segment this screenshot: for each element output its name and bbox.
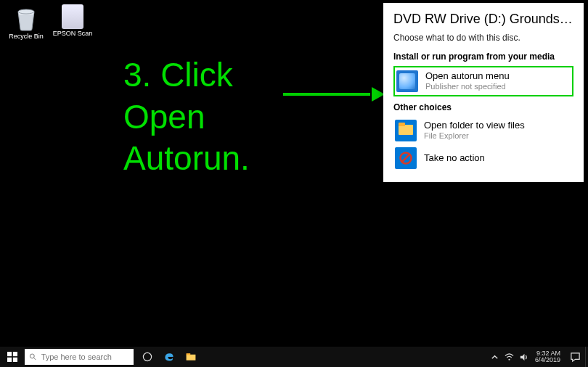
svg-point-0	[18, 9, 34, 14]
edge-icon	[163, 351, 175, 363]
recycle-bin-icon	[14, 4, 38, 32]
autoplay-section-install: Install or run program from your media	[393, 51, 573, 62]
instruction-text: 3. Click Open Autorun.	[123, 54, 250, 180]
windows-logo-icon	[7, 352, 17, 362]
desktop-icon-label: EPSON Scan	[51, 30, 94, 38]
notification-icon	[570, 352, 581, 363]
autoplay-option-open-autorun[interactable]: Open autorun menu Publisher not specifie…	[393, 66, 573, 96]
autoplay-option-open-folder[interactable]: Open folder to view files File Explorer	[393, 117, 573, 144]
start-button[interactable]	[0, 347, 25, 367]
autoplay-option-take-no-action[interactable]: Take no action	[393, 144, 573, 172]
cortana-icon	[142, 351, 153, 363]
svg-rect-6	[13, 358, 17, 362]
svg-line-2	[402, 154, 409, 162]
autoplay-option-sublabel: File Explorer	[424, 131, 525, 141]
clock-date: 6/4/2019	[535, 357, 560, 363]
taskbar-clock[interactable]: 9:32 AM 6/4/2019	[531, 350, 565, 363]
svg-point-12	[509, 358, 510, 360]
taskbar: 9:32 AM 6/4/2019	[0, 347, 588, 367]
desktop-icon-epson-scan[interactable]: EPSON Scan	[51, 4, 94, 38]
svg-point-7	[30, 354, 34, 358]
search-input[interactable]	[41, 352, 129, 361]
taskbar-app-edge[interactable]	[158, 347, 180, 367]
autoplay-option-label: Take no action	[424, 153, 485, 164]
cortana-button[interactable]	[136, 347, 158, 367]
no-action-icon	[395, 147, 417, 169]
file-explorer-icon	[185, 351, 197, 363]
svg-rect-3	[7, 352, 12, 356]
autoplay-option-label: Open autorun menu	[425, 71, 510, 82]
autorun-icon	[396, 70, 418, 92]
chevron-up-icon	[490, 352, 499, 362]
tray-overflow-button[interactable]	[490, 352, 500, 362]
taskbar-app-file-explorer[interactable]	[180, 347, 202, 367]
taskbar-search[interactable]	[25, 349, 134, 365]
svg-point-9	[143, 352, 151, 360]
autoplay-title: DVD RW Drive (D:) Grounds…	[393, 12, 573, 27]
autoplay-subtitle: Choose what to do with this disc.	[393, 33, 573, 43]
wifi-icon	[505, 352, 514, 362]
svg-line-8	[34, 358, 36, 360]
annotation-arrow	[283, 90, 385, 99]
volume-icon	[519, 352, 528, 362]
svg-rect-11	[187, 353, 191, 355]
action-center-button[interactable]	[565, 347, 585, 367]
system-tray	[489, 352, 531, 362]
autoplay-flyout: DVD RW Drive (D:) Grounds… Choose what t…	[383, 3, 584, 182]
svg-rect-5	[7, 358, 12, 362]
show-desktop-button[interactable]	[585, 347, 588, 367]
svg-rect-4	[13, 352, 17, 356]
svg-rect-10	[187, 355, 196, 360]
desktop-icon-recycle-bin[interactable]: Recycle Bin	[4, 4, 48, 41]
tray-volume-button[interactable]	[519, 352, 529, 362]
folder-icon	[395, 120, 417, 141]
autoplay-option-sublabel: Publisher not specified	[425, 82, 510, 92]
tray-network-button[interactable]	[505, 352, 515, 362]
desktop-icon-label: Recycle Bin	[4, 33, 48, 41]
scanner-icon	[62, 4, 83, 29]
autoplay-section-other: Other choices	[393, 102, 573, 112]
autoplay-option-label: Open folder to view files	[424, 120, 525, 131]
search-icon	[29, 352, 37, 361]
